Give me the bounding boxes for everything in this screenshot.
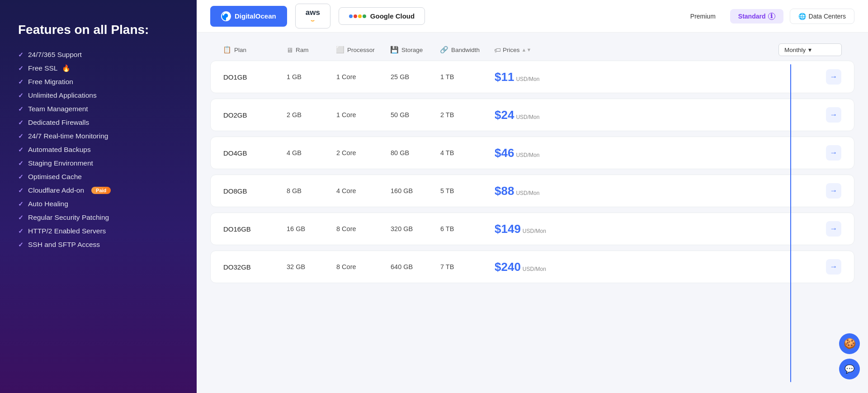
plan-price-unit-do32gb: USD/Mon — [523, 266, 546, 272]
premium-button[interactable]: Premium — [682, 9, 724, 24]
plan-bandwidth-do1gb: 1 TB — [440, 73, 495, 80]
plan-price-cell-do8gb: $88 USD/Mon — [495, 184, 814, 198]
feature-label-sftp: SSH and SFTP Access — [28, 241, 100, 249]
chat-button[interactable]: 💬 — [839, 359, 860, 379]
sort-icon: ▲▼ — [522, 47, 532, 52]
floating-buttons: 🍪 💬 — [839, 333, 860, 379]
plan-bandwidth-do16gb: 6 TB — [440, 225, 495, 232]
col-plan: 📋 Plan — [223, 46, 286, 54]
sidebar-title: Features on all Plans: — [18, 22, 179, 38]
col-bandwidth: 🔗 Bandwidth — [440, 46, 494, 54]
plan-ram-do32gb: 32 GB — [287, 263, 336, 270]
data-centers-button[interactable]: 🌐 Data Centers — [790, 9, 854, 24]
feature-label-patching: Regular Security Patching — [28, 213, 109, 222]
plan-price-cell-do16gb: $149 USD/Mon — [495, 222, 814, 236]
check-icon: ✓ — [18, 105, 24, 113]
plan-select-arrow-do2gb[interactable]: → — [826, 107, 841, 123]
plan-row-do32gb[interactable]: DO32GB 32 GB 8 Core 640 GB 7 TB $240 USD… — [210, 251, 854, 283]
col-plan-label: Plan — [234, 47, 246, 53]
plan-price-unit-do1gb: USD/Mon — [516, 76, 539, 82]
top-nav: DigitalOcean aws ⌣ Google Cloud Premium … — [197, 0, 868, 33]
info-icon: ℹ — [768, 13, 775, 20]
check-icon: ✓ — [18, 92, 24, 99]
provider-googlecloud-button[interactable]: Google Cloud — [339, 7, 425, 25]
col-storage: 💾 Storage — [390, 46, 440, 54]
feature-team-management: ✓Team Management — [18, 105, 179, 113]
storage-col-icon: 💾 — [390, 46, 399, 54]
plan-price-unit-do2gb: USD/Mon — [516, 114, 539, 120]
plan-processor-do1gb: 1 Core — [336, 73, 391, 80]
check-icon: ✓ — [18, 200, 24, 208]
plan-select-arrow-do8gb[interactable]: → — [826, 183, 841, 199]
table-area: 📋 Plan 🖥 Ram ⬜ Processor 💾 Storage 🔗 Ban… — [197, 33, 868, 393]
col-processor-label: Processor — [347, 47, 375, 53]
column-headers: 📋 Plan 🖥 Ram ⬜ Processor 💾 Storage 🔗 Ban… — [210, 43, 854, 56]
plan-select-arrow-do1gb[interactable]: → — [826, 69, 841, 85]
ram-col-icon: 🖥 — [286, 46, 293, 54]
provider-digitalocean-button[interactable]: DigitalOcean — [210, 6, 287, 27]
plan-price-unit-do8gb: USD/Mon — [516, 190, 539, 196]
aws-logo: aws ⌣ — [306, 9, 320, 24]
provider-aws-button[interactable]: aws ⌣ — [295, 4, 330, 28]
plan-price-unit-do4gb: USD/Mon — [516, 152, 539, 158]
plan-row-do16gb[interactable]: DO16GB 16 GB 8 Core 320 GB 6 TB $149 USD… — [210, 213, 854, 245]
check-icon: ✓ — [18, 187, 24, 194]
col-ram-label: Ram — [296, 47, 309, 53]
billing-period-dropdown[interactable]: Monthly ▾ — [778, 43, 842, 56]
plan-processor-do4gb: 2 Core — [336, 149, 391, 156]
feature-label-monitoring: 24/7 Real-time Monitoring — [28, 132, 108, 140]
feature-label-staging: Staging Environment — [28, 159, 93, 167]
plan-price-main-do2gb: $24 — [495, 108, 514, 122]
feature-label-cloudflare: Cloudflare Add-on — [28, 186, 84, 194]
feature-label-migration: Free Migration — [28, 78, 73, 86]
plan-price-main-do8gb: $88 — [495, 184, 514, 198]
plan-name-do4gb: DO4GB — [223, 149, 287, 157]
main-content: DigitalOcean aws ⌣ Google Cloud Premium … — [197, 0, 868, 393]
plan-storage-do16gb: 320 GB — [391, 225, 440, 232]
dropdown-chevron-icon: ▾ — [808, 46, 811, 53]
plan-bandwidth-do4gb: 4 TB — [440, 149, 495, 156]
feature-label-team-management: Team Management — [28, 105, 88, 113]
plan-select-arrow-do32gb[interactable]: → — [826, 259, 841, 275]
check-icon: ✓ — [18, 214, 24, 221]
feature-label-unlimited-apps: Unlimited Applications — [28, 91, 97, 99]
plan-select-arrow-do4gb[interactable]: → — [826, 145, 841, 161]
plan-row-do8gb[interactable]: DO8GB 8 GB 4 Core 160 GB 5 TB $88 USD/Mo… — [210, 175, 854, 207]
bandwidth-col-icon: 🔗 — [440, 46, 448, 54]
billing-period-label: Monthly — [784, 47, 806, 53]
plan-row-do2gb[interactable]: DO2GB 2 GB 1 Core 50 GB 2 TB $24 USD/Mon… — [210, 99, 854, 131]
check-icon: ✓ — [18, 119, 24, 126]
nav-right: Premium Standard ℹ 🌐 Data Centers — [682, 9, 854, 24]
feature-firewalls: ✓Dedicated Firewalls — [18, 118, 179, 127]
feature-label-ssl: Free SSL — [28, 64, 57, 72]
globe-icon: 🌐 — [798, 13, 806, 20]
feature-support: ✓24/7/365 Support — [18, 51, 179, 59]
digitalocean-icon — [221, 11, 231, 21]
col-prices: 🏷 Prices ▲▼ — [494, 46, 778, 54]
paid-badge: Paid — [91, 187, 111, 194]
plan-price-main-do4gb: $46 — [495, 146, 514, 160]
plan-bandwidth-do2gb: 2 TB — [440, 111, 495, 118]
check-icon: ✓ — [18, 160, 24, 167]
col-bandwidth-label: Bandwidth — [451, 47, 480, 53]
plan-row-do4gb[interactable]: DO4GB 4 GB 2 Core 80 GB 4 TB $46 USD/Mon… — [210, 137, 854, 169]
plan-processor-do32gb: 8 Core — [336, 263, 391, 270]
plan-price-main-do16gb: $149 — [495, 222, 521, 236]
feature-http2: ✓HTTP/2 Enabled Servers — [18, 227, 179, 235]
plan-processor-do8gb: 4 Core — [336, 187, 391, 194]
check-icon: ✓ — [18, 146, 24, 153]
feature-label-firewalls: Dedicated Firewalls — [28, 118, 89, 127]
cookie-button[interactable]: 🍪 — [839, 333, 860, 354]
plan-row-do1gb[interactable]: DO1GB 1 GB 1 Core 25 GB 1 TB $11 USD/Mon… — [210, 61, 854, 93]
plan-price-cell-do2gb: $24 USD/Mon — [495, 108, 814, 122]
plan-rows-container: DO1GB 1 GB 1 Core 25 GB 1 TB $11 USD/Mon… — [210, 61, 854, 283]
plan-price-cell-do1gb: $11 USD/Mon — [495, 70, 814, 84]
feature-migration: ✓Free Migration — [18, 78, 179, 86]
feature-healing: ✓Auto Healing — [18, 200, 179, 208]
blue-divider-line — [790, 64, 792, 382]
standard-button[interactable]: Standard ℹ — [730, 9, 783, 24]
plan-name-do1gb: DO1GB — [223, 73, 287, 81]
plan-select-arrow-do16gb[interactable]: → — [826, 221, 841, 237]
col-prices-label: Prices — [503, 47, 520, 53]
check-icon: ✓ — [18, 227, 24, 235]
